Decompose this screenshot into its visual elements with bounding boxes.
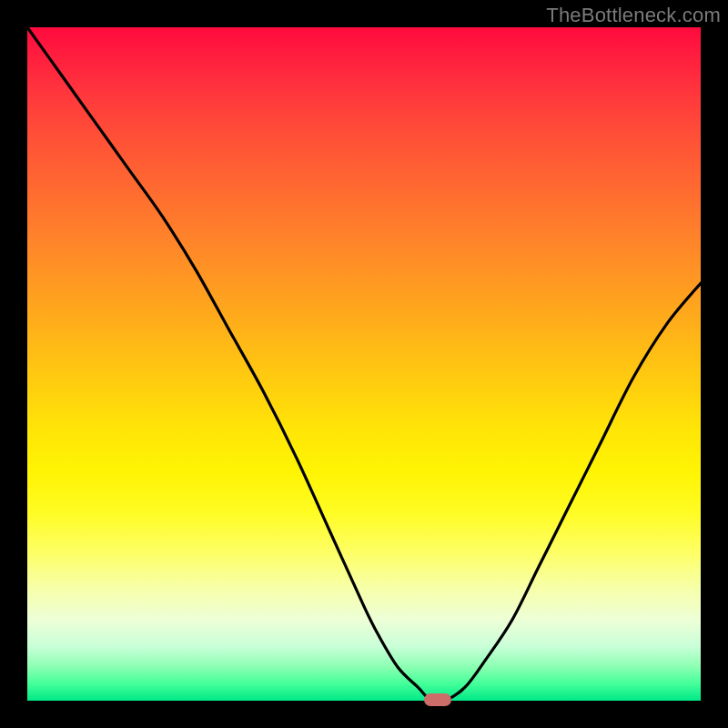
bottleneck-marker	[424, 693, 451, 706]
curve-svg	[27, 27, 701, 701]
bottleneck-curve-path	[27, 27, 701, 703]
watermark-text: TheBottleneck.com	[546, 4, 721, 27]
plot-area	[27, 27, 701, 701]
chart-frame: TheBottleneck.com	[0, 0, 728, 728]
